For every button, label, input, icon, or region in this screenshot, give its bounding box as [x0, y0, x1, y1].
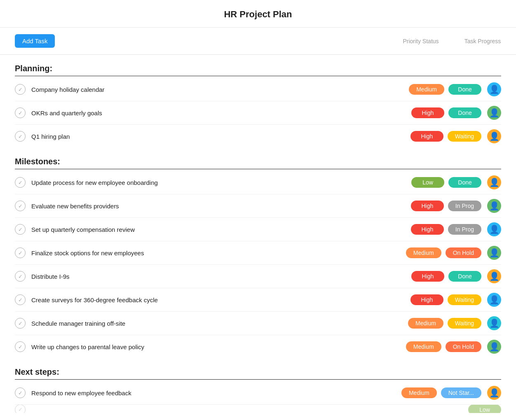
- task-badges: MediumNot Star...: [401, 387, 481, 398]
- priority-badge[interactable]: High: [410, 294, 443, 305]
- page-title: HR Project Plan: [0, 0, 516, 28]
- priority-status-header: Priority Status: [402, 38, 439, 44]
- section-divider: [15, 76, 501, 76]
- avatar: 👤: [487, 316, 501, 330]
- section-title-next-steps: Next steps:: [15, 358, 501, 379]
- task-badges: MediumOn Hold: [406, 341, 481, 352]
- task-name: OKRs and quarterly goals: [31, 110, 411, 117]
- task-row: ✓Schedule manager training off-siteMediu…: [15, 312, 501, 335]
- avatar: 👤: [487, 222, 501, 236]
- task-row: ✓Evaluate new benefits providersHighIn P…: [15, 194, 501, 218]
- status-badge[interactable]: On Hold: [446, 247, 481, 258]
- task-badges: MediumWaiting: [408, 318, 481, 329]
- task-row: ✓Create surveys for 360-degree feedback …: [15, 288, 501, 312]
- task-row: ✓Update process for new employee onboard…: [15, 171, 501, 194]
- task-badges: LowDone: [411, 177, 481, 188]
- task-name: Update process for new employee onboardi…: [31, 179, 411, 186]
- avatar: 👤: [487, 82, 501, 96]
- avatar: 👤: [487, 340, 501, 354]
- status-badge[interactable]: Not Star...: [441, 387, 481, 398]
- task-name: Respond to new employee feedback: [31, 390, 401, 397]
- task-name: Write up changes to parental leave polic…: [31, 343, 406, 350]
- section-title-milestones: Milestones:: [15, 148, 501, 169]
- task-row: ✓Company holiday calendarMediumDone👤: [15, 78, 501, 101]
- section-next-steps: Next steps:✓Respond to new employee feed…: [0, 358, 516, 413]
- task-row-partial: ✓Low: [15, 405, 501, 413]
- task-badges: HighIn Prog: [411, 201, 481, 211]
- check-icon[interactable]: ✓: [15, 107, 26, 118]
- status-badge[interactable]: On Hold: [446, 341, 481, 352]
- task-badges: MediumDone: [409, 84, 481, 95]
- priority-badge[interactable]: Medium: [406, 341, 441, 352]
- status-badge[interactable]: In Prog: [448, 201, 481, 211]
- section-milestones: Milestones:✓Update process for new emplo…: [0, 148, 516, 358]
- task-row: ✓Respond to new employee feedbackMediumN…: [15, 381, 501, 405]
- sections-container: Planning:✓Company holiday calendarMedium…: [0, 55, 516, 413]
- section-divider: [15, 169, 501, 169]
- check-icon[interactable]: ✓: [15, 341, 26, 352]
- task-row: ✓OKRs and quarterly goalsHighDone👤: [15, 101, 501, 125]
- check-icon[interactable]: ✓: [15, 294, 26, 305]
- status-badge[interactable]: Done: [448, 84, 481, 95]
- priority-badge[interactable]: High: [411, 107, 444, 118]
- status-badge[interactable]: Waiting: [448, 318, 481, 329]
- section-planning: Planning:✓Company holiday calendarMedium…: [0, 55, 516, 148]
- check-icon[interactable]: ✓: [15, 201, 26, 211]
- priority-badge[interactable]: Medium: [406, 247, 441, 258]
- task-row: ✓Write up changes to parental leave poli…: [15, 335, 501, 358]
- avatar: 👤: [487, 129, 501, 143]
- status-badge[interactable]: Done: [448, 107, 481, 118]
- status-badge[interactable]: Done: [448, 177, 481, 188]
- section-title-planning: Planning:: [15, 55, 501, 76]
- check-icon[interactable]: ✓: [15, 405, 26, 413]
- status-badge[interactable]: In Prog: [448, 224, 481, 235]
- avatar: 👤: [487, 175, 501, 189]
- section-divider: [15, 379, 501, 380]
- priority-badge[interactable]: Medium: [409, 84, 444, 95]
- task-badges: HighWaiting: [410, 131, 481, 142]
- task-row: ✓Q1 hiring planHighWaiting👤: [15, 125, 501, 148]
- priority-badge[interactable]: High: [411, 201, 444, 211]
- status-badge[interactable]: Done: [448, 271, 481, 282]
- avatar: 👤: [487, 199, 501, 213]
- task-name: Create surveys for 360-degree feedback c…: [31, 296, 410, 303]
- avatar: 👤: [487, 386, 501, 400]
- priority-badge[interactable]: High: [411, 224, 444, 235]
- check-icon[interactable]: ✓: [15, 224, 26, 235]
- task-badges: HighDone: [411, 107, 481, 118]
- priority-badge[interactable]: Low: [468, 405, 501, 413]
- check-icon[interactable]: ✓: [15, 387, 26, 398]
- task-badges: HighIn Prog: [411, 224, 481, 235]
- check-icon[interactable]: ✓: [15, 84, 26, 95]
- task-name: Evaluate new benefits providers: [31, 203, 411, 210]
- check-icon[interactable]: ✓: [15, 271, 26, 282]
- task-name: Schedule manager training off-site: [31, 320, 408, 327]
- priority-badge[interactable]: High: [411, 271, 444, 282]
- priority-badge[interactable]: Low: [411, 177, 444, 188]
- priority-badge[interactable]: Medium: [401, 387, 437, 398]
- task-row: ✓Finalize stock options for new employee…: [15, 241, 501, 265]
- status-badge[interactable]: Waiting: [448, 131, 481, 142]
- task-name: Q1 hiring plan: [31, 133, 410, 140]
- check-icon[interactable]: ✓: [15, 247, 26, 258]
- toolbar: Add Task Priority Status Task Progress: [0, 28, 516, 55]
- avatar: 👤: [487, 293, 501, 307]
- task-name: Set up quarterly compensation review: [31, 226, 411, 233]
- task-progress-header: Task Progress: [464, 38, 501, 44]
- check-icon[interactable]: ✓: [15, 131, 26, 142]
- priority-badge[interactable]: High: [410, 131, 443, 142]
- task-badges: Low: [468, 405, 501, 413]
- avatar: 👤: [487, 246, 501, 260]
- avatar: 👤: [487, 106, 501, 120]
- task-row: ✓Set up quarterly compensation reviewHig…: [15, 218, 501, 241]
- column-headers: Priority Status Task Progress: [402, 38, 501, 44]
- priority-badge[interactable]: Medium: [408, 318, 443, 329]
- avatar: 👤: [487, 269, 501, 283]
- check-icon[interactable]: ✓: [15, 177, 26, 188]
- task-badges: MediumOn Hold: [406, 247, 481, 258]
- task-name: Company holiday calendar: [31, 86, 409, 93]
- add-task-button[interactable]: Add Task: [15, 34, 55, 48]
- task-row: ✓Distribute I-9sHighDone👤: [15, 265, 501, 288]
- check-icon[interactable]: ✓: [15, 318, 26, 329]
- status-badge[interactable]: Waiting: [448, 294, 481, 305]
